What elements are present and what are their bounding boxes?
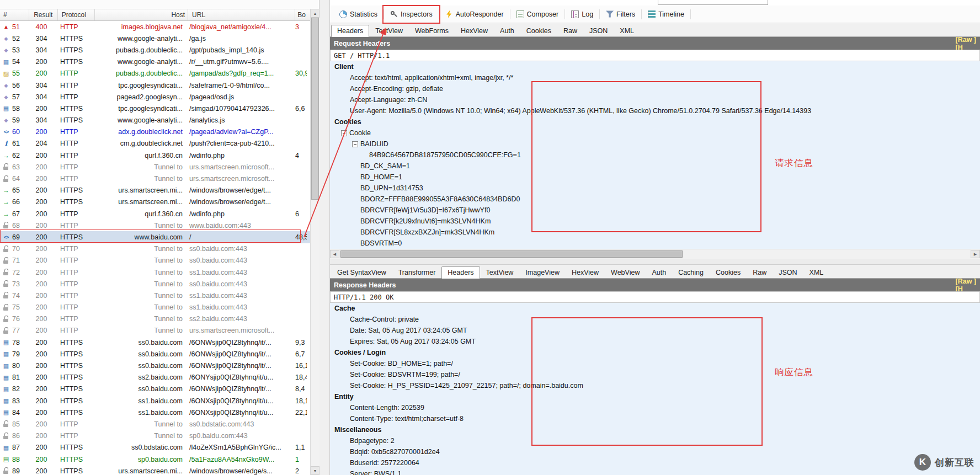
response-tab[interactable]: Get SyntaxView <box>331 266 392 278</box>
request-response-splitter[interactable] <box>330 259 980 265</box>
request-tab[interactable]: XML <box>614 25 640 36</box>
request-header-item[interactable]: Cookie <box>330 127 980 138</box>
response-header-item[interactable]: Entity <box>330 391 980 402</box>
response-tab[interactable]: Raw <box>747 266 773 278</box>
session-row[interactable]: 66 200 HTTPS urs.smartscreen.mi... /wind… <box>0 196 310 208</box>
session-row[interactable]: 59 304 HTTPS www.google-analyti... /anal… <box>0 115 310 126</box>
response-header-item[interactable]: Bdqid: 0xb5c827070001d2e4 <box>330 446 980 457</box>
session-row[interactable]: 72 200 HTTP Tunnel to ss1.baidu.com:443 <box>0 266 310 278</box>
session-row[interactable]: 60 200 HTTP adx.g.doubleclick.net /pagea… <box>0 126 310 138</box>
scrollbar-track[interactable] <box>311 18 319 466</box>
response-tab[interactable]: Auth <box>646 266 672 278</box>
scroll-right-icon[interactable]: ▶ <box>971 250 980 258</box>
scroll-down-icon[interactable]: ▼ <box>311 466 319 475</box>
session-row[interactable]: 58 200 HTTPS tpc.googlesyndicati... /sim… <box>0 103 310 114</box>
request-tab[interactable]: WebForms <box>409 25 455 36</box>
toolbar-tab[interactable]: Filters <box>601 8 640 21</box>
request-header-item[interactable]: BDRCVFR[SL8xzxBXZJn]=mk3SLVN4HKm <box>330 227 980 238</box>
collapse-toggle-icon[interactable] <box>352 141 358 147</box>
response-header-item[interactable]: Set-Cookie: BD_HOME=1; path=/ <box>330 358 980 369</box>
session-row[interactable]: 81 200 HTTPS ss2.baidu.com /6ONYsjip0QIZ… <box>0 372 310 383</box>
response-tab[interactable]: ImageView <box>519 266 566 278</box>
session-row[interactable]: 54 200 HTTPS www.google-analyti... /r/__… <box>0 56 310 68</box>
request-tab[interactable]: JSON <box>583 25 614 36</box>
session-row[interactable]: 53 304 HTTPS pubads.g.doubleclic... /gpt… <box>0 44 310 56</box>
request-tab[interactable]: Headers <box>331 25 369 37</box>
request-header-item[interactable]: Accept-Language: zh-CN <box>330 94 980 105</box>
session-row[interactable]: 86 200 HTTP Tunnel to sp0.baidu.com:443 <box>0 430 310 442</box>
collapse-toggle-icon[interactable] <box>341 130 347 136</box>
session-row[interactable]: 61 204 HTTP cm.g.doubleclick.net /push?c… <box>0 138 310 150</box>
response-tab[interactable]: Transformer <box>392 266 442 278</box>
scroll-up-icon[interactable]: ▲ <box>311 9 319 18</box>
request-header-item[interactable]: BD_UPN=1d314753 <box>330 183 980 194</box>
response-header-item[interactable]: Cache-Control: private <box>330 314 980 325</box>
session-row[interactable]: 64 200 HTTP Tunnel to urs.smartscreen.mi… <box>0 173 310 184</box>
session-row[interactable]: 89 200 HTTPS urs.smartscreen.mi... /wind… <box>0 465 310 475</box>
column-header-result[interactable]: Result <box>29 9 58 20</box>
session-row[interactable]: 67 200 HTTP qurl.f.360.cn /wdinfo.php 6 <box>0 208 310 220</box>
session-row[interactable]: 74 200 HTTP Tunnel to ss1.baidu.com:443 <box>0 290 310 301</box>
response-header-item[interactable]: Expires: Sat, 05 Aug 2017 03:24:05 GMT <box>330 336 980 347</box>
session-row[interactable]: 84 200 HTTPS ss1.baidu.com /6ONXsjip0QIZ… <box>0 407 310 418</box>
response-header-item[interactable]: Date: Sat, 05 Aug 2017 03:24:05 GMT <box>330 325 980 336</box>
toolbar-tab[interactable]: Statistics <box>334 8 382 21</box>
request-header-item[interactable]: Accept-Encoding: gzip, deflate <box>330 83 980 94</box>
scrollbar-thumb[interactable] <box>311 18 319 200</box>
request-tab[interactable]: HexView <box>455 25 494 36</box>
toolbar-tab[interactable]: Log <box>566 8 598 21</box>
scroll-left-icon[interactable]: ◀ <box>330 250 339 258</box>
session-list-scrollbar[interactable]: ▲ ▼ <box>310 9 319 475</box>
response-header-item[interactable]: Server: BWS/1.1 <box>330 468 980 475</box>
column-header-protocol[interactable]: Protocol <box>58 9 95 20</box>
toolbar-tab[interactable]: Inspectors <box>385 8 438 21</box>
request-header-item[interactable]: BDRCVFR[feWj1Vr5u3D]=I67x6TjHwwYf0 <box>330 205 980 216</box>
request-header-item[interactable]: 84B9C64567DB818757950CD05C990CFE:FG=1 <box>330 150 980 161</box>
response-tab[interactable]: Cookies <box>710 266 747 278</box>
session-row[interactable]: 76 200 HTTP Tunnel to ss2.baidu.com:443 <box>0 313 310 325</box>
session-row[interactable]: 51 400 HTTP images.blogjava.net /blogjav… <box>0 21 310 33</box>
request-tab[interactable]: Cookies <box>520 25 557 36</box>
session-row[interactable]: 77 200 HTTP Tunnel to urs.smartscreen.mi… <box>0 325 310 337</box>
session-row[interactable]: 62 200 HTTP qurl.f.360.cn /wdinfo.php 4 <box>0 150 310 161</box>
horizontal-scrollbar-thumb[interactable] <box>340 250 683 258</box>
response-tab[interactable]: XML <box>803 266 830 278</box>
response-header-item[interactable]: Set-Cookie: BDSVRTM=199; path=/ <box>330 369 980 380</box>
response-header-item[interactable]: Set-Cookie: H_PS_PSSID=1425_21097_22157;… <box>330 380 980 391</box>
raw-link[interactable]: [Raw ] <box>956 277 977 285</box>
session-row[interactable]: 82 200 HTTPS ss0.baidu.com /6ONWsjip0QIZ… <box>0 383 310 395</box>
column-header-body[interactable]: Bo <box>295 9 310 20</box>
toolbar-tab[interactable]: AutoResponder <box>440 8 509 21</box>
session-row[interactable]: 87 200 HTTPS ss0.bdstatic.com /l4oZeXSm1… <box>0 442 310 453</box>
request-tab[interactable]: TextView <box>369 25 409 36</box>
session-list[interactable]: 51 400 HTTP images.blogjava.net /blogjav… <box>0 21 310 475</box>
response-tab[interactable]: HexView <box>566 266 605 278</box>
session-row[interactable]: 70 200 HTTP Tunnel to ss0.baidu.com:443 <box>0 243 310 255</box>
session-row[interactable]: 55 200 HTTP pubads.g.doubleclic... /gamp… <box>0 68 310 79</box>
request-header-item[interactable]: BDORZ=FFFB88E999055A3F8A630C64834BD6D0 <box>330 194 980 205</box>
response-header-item[interactable]: Content-Type: text/html;charset=utf-8 <box>330 413 980 424</box>
response-tab[interactable]: Caching <box>672 266 710 278</box>
session-row[interactable]: 80 200 HTTPS ss0.baidu.com /6ONWsjip0QIZ… <box>0 360 310 371</box>
raw-link[interactable]: [Raw ] <box>956 36 977 44</box>
request-header-item[interactable]: BD_CK_SAM=1 <box>330 161 980 172</box>
session-row[interactable]: 69 200 HTTPS www.baidu.com / 48,5 <box>0 231 310 243</box>
toolbar-tab[interactable]: Composer <box>512 8 564 21</box>
session-row[interactable]: 79 200 HTTPS ss0.baidu.com /6ONWsjip0QIZ… <box>0 348 310 360</box>
column-header-number[interactable]: # <box>0 9 29 20</box>
session-row[interactable]: 85 200 HTTP Tunnel to ss0.bdstatic.com:4… <box>0 418 310 430</box>
column-header-url[interactable]: URL <box>188 9 295 20</box>
response-header-item[interactable]: Content-Length: 202539 <box>330 402 980 413</box>
session-row[interactable]: 52 304 HTTPS www.google-analyti... /ga.j… <box>0 33 310 44</box>
session-row[interactable]: 73 200 HTTP Tunnel to ss0.baidu.com:443 <box>0 278 310 290</box>
session-row[interactable]: 56 304 HTTP tpc.googlesyndicati... /safe… <box>0 79 310 91</box>
request-tab[interactable]: Raw <box>557 25 583 36</box>
session-row[interactable]: 75 200 HTTP Tunnel to ss1.baidu.com:443 <box>0 302 310 313</box>
toolbar-tab[interactable]: Timeline <box>643 8 689 21</box>
session-row[interactable]: 68 200 HTTP Tunnel to www.baidu.com:443 <box>0 220 310 231</box>
request-header-item[interactable]: User-Agent: Mozilla/5.0 (Windows NT 10.0… <box>330 105 980 116</box>
session-row[interactable]: 78 200 HTTPS ss0.baidu.com /6ONWsjip0QIZ… <box>0 337 310 348</box>
response-tab[interactable]: Headers <box>441 266 480 279</box>
request-tab[interactable]: Auth <box>494 25 520 36</box>
response-header-item[interactable]: Bduserid: 2577220064 <box>330 457 980 468</box>
